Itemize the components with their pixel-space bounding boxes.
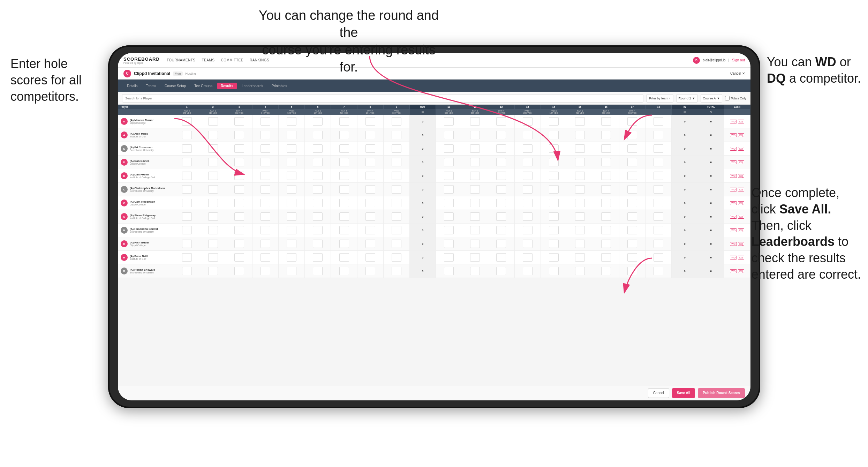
hole-9-cell[interactable] [383, 115, 409, 128]
hole-17-cell[interactable] [619, 251, 646, 264]
score-input-hole-2[interactable] [208, 117, 218, 126]
score-input-hole-4[interactable] [261, 267, 270, 275]
score-input-hole-9[interactable] [392, 158, 401, 166]
score-input-hole-18[interactable] [654, 226, 663, 234]
score-input-hole-11[interactable] [470, 199, 480, 207]
filter-by-team-button[interactable]: Filter by team › [646, 94, 673, 103]
dq-button[interactable]: DQ [738, 215, 745, 219]
hole-15-cell[interactable] [567, 237, 593, 251]
score-input-hole-12[interactable] [496, 226, 506, 234]
totals-only-toggle[interactable]: Totals Only [725, 96, 746, 100]
hole-12-cell[interactable] [488, 115, 514, 128]
hole-9-cell[interactable] [383, 196, 409, 210]
hole-2-cell[interactable] [200, 142, 226, 156]
hole-14-cell[interactable] [541, 196, 567, 210]
hole-5-cell[interactable] [279, 156, 305, 169]
hole-7-cell[interactable] [331, 210, 357, 224]
hole-15-cell[interactable] [567, 128, 593, 142]
score-input-hole-10[interactable] [444, 117, 454, 126]
dq-button[interactable]: DQ [738, 269, 745, 273]
score-input-hole-2[interactable] [208, 185, 218, 194]
hole-15-cell[interactable] [567, 142, 593, 156]
hole-10-cell[interactable] [436, 169, 462, 183]
score-input-hole-1[interactable] [182, 131, 192, 139]
wd-button[interactable]: WD [730, 147, 737, 151]
hole-12-cell[interactable] [488, 237, 514, 251]
hole-9-cell[interactable] [383, 237, 409, 251]
subnav-tee-groups[interactable]: Tee Groups [191, 83, 216, 89]
wd-button[interactable]: WD [730, 256, 737, 259]
hole-5-cell[interactable] [279, 183, 305, 196]
score-input-hole-1[interactable] [182, 212, 192, 221]
hole-7-cell[interactable] [331, 183, 357, 196]
hole-7-cell[interactable] [331, 156, 357, 169]
subnav-leaderboards[interactable]: Leaderboards [238, 83, 267, 89]
hole-15-cell[interactable] [567, 115, 593, 128]
wd-button[interactable]: WD [730, 201, 737, 205]
score-input-hole-18[interactable] [654, 240, 663, 248]
score-input-hole-11[interactable] [470, 212, 480, 221]
score-input-hole-10[interactable] [444, 158, 454, 166]
score-input-hole-7[interactable] [339, 172, 349, 180]
hole-8-cell[interactable] [357, 115, 383, 128]
score-input-hole-6[interactable] [313, 185, 323, 194]
hole-18-cell[interactable] [646, 142, 672, 156]
score-input-hole-15[interactable] [575, 253, 585, 262]
score-input-hole-2[interactable] [208, 199, 218, 207]
hole-13-cell[interactable] [514, 142, 541, 156]
hole-1-cell[interactable] [174, 128, 200, 142]
score-input-hole-14[interactable] [549, 131, 559, 139]
hole-2-cell[interactable] [200, 210, 226, 224]
hole-8-cell[interactable] [357, 128, 383, 142]
score-input-hole-13[interactable] [523, 144, 533, 153]
hole-11-cell[interactable] [462, 237, 488, 251]
score-input-hole-18[interactable] [654, 117, 663, 126]
dq-button[interactable]: DQ [738, 174, 745, 178]
score-input-hole-14[interactable] [549, 144, 559, 153]
score-input-hole-5[interactable] [287, 117, 296, 126]
wd-button[interactable]: WD [730, 120, 737, 123]
hole-1-cell[interactable] [174, 183, 200, 196]
score-input-hole-3[interactable] [234, 172, 244, 180]
hole-11-cell[interactable] [462, 264, 488, 278]
score-input-hole-9[interactable] [392, 240, 401, 248]
score-input-hole-1[interactable] [182, 185, 192, 194]
score-input-hole-7[interactable] [339, 199, 349, 207]
score-input-hole-4[interactable] [261, 117, 270, 126]
hole-17-cell[interactable] [619, 264, 646, 278]
hole-1-cell[interactable] [174, 251, 200, 264]
score-input-hole-9[interactable] [392, 267, 401, 275]
score-input-hole-11[interactable] [470, 117, 480, 126]
score-input-hole-11[interactable] [470, 226, 480, 234]
hole-5-cell[interactable] [279, 224, 305, 237]
hole-15-cell[interactable] [567, 210, 593, 224]
score-input-hole-12[interactable] [496, 131, 506, 139]
hole-5-cell[interactable] [279, 169, 305, 183]
hole-13-cell[interactable] [514, 210, 541, 224]
hole-5-cell[interactable] [279, 142, 305, 156]
score-input-hole-6[interactable] [313, 267, 323, 275]
score-input-hole-12[interactable] [496, 212, 506, 221]
hole-8-cell[interactable] [357, 237, 383, 251]
dq-button[interactable]: DQ [738, 120, 745, 123]
hole-17-cell[interactable] [619, 224, 646, 237]
score-input-hole-18[interactable] [654, 199, 663, 207]
score-input-hole-3[interactable] [234, 117, 244, 126]
nav-committee[interactable]: COMMITTEE [221, 58, 243, 62]
score-input-hole-5[interactable] [287, 226, 296, 234]
hole-7-cell[interactable] [331, 264, 357, 278]
subnav-results[interactable]: Results [217, 83, 237, 89]
score-input-hole-6[interactable] [313, 199, 323, 207]
hole-10-cell[interactable] [436, 251, 462, 264]
wd-button[interactable]: WD [730, 228, 737, 232]
totals-checkbox-input[interactable] [725, 96, 730, 100]
score-input-hole-7[interactable] [339, 131, 349, 139]
score-input-hole-13[interactable] [523, 267, 533, 275]
nav-tournaments[interactable]: TOURNAMENTS [167, 58, 196, 62]
score-input-hole-14[interactable] [549, 253, 559, 262]
hole-2-cell[interactable] [200, 264, 226, 278]
score-input-hole-8[interactable] [365, 253, 375, 262]
score-input-hole-8[interactable] [365, 212, 375, 221]
score-input-hole-7[interactable] [339, 253, 349, 262]
score-input-hole-2[interactable] [208, 158, 218, 166]
